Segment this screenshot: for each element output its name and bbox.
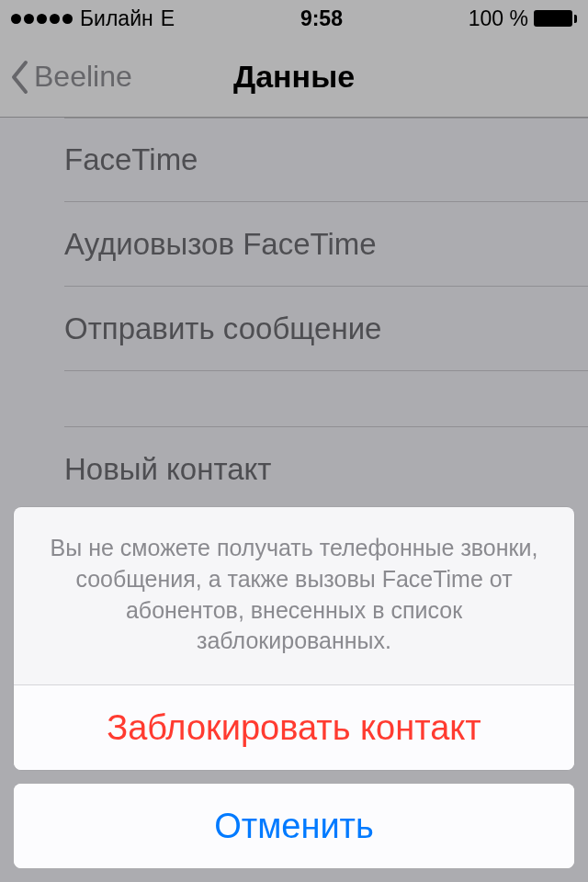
clock-label: 9:58 <box>300 6 343 31</box>
battery-icon <box>534 10 577 27</box>
button-label: Отменить <box>214 807 374 846</box>
row-new-contact[interactable]: Новый контакт <box>64 426 588 511</box>
options-list: FaceTime Аудиовызов FaceTime Отправить с… <box>0 118 588 511</box>
status-bar: Билайн E 9:58 100 % <box>0 0 588 37</box>
back-button[interactable]: Beeline <box>0 60 132 95</box>
navigation-bar: Beeline Данные <box>0 37 588 118</box>
row-label: Отправить сообщение <box>64 311 381 346</box>
chevron-left-icon <box>9 60 29 95</box>
cancel-button[interactable]: Отменить <box>14 784 574 868</box>
back-label: Beeline <box>34 60 132 94</box>
row-label: FaceTime <box>64 142 198 177</box>
network-type-label: E <box>161 6 175 31</box>
row-facetime[interactable]: FaceTime <box>64 118 588 202</box>
button-label: Заблокировать контакт <box>107 708 481 748</box>
row-send-message[interactable]: Отправить сообщение <box>64 287 588 371</box>
row-facetime-audio[interactable]: Аудиовызов FaceTime <box>64 202 588 287</box>
battery-percent-label: 100 % <box>469 6 528 31</box>
signal-strength-icon <box>11 14 73 24</box>
action-sheet: Вы не сможете получать телефонные звонки… <box>14 507 574 868</box>
row-label: Новый контакт <box>64 452 271 487</box>
block-contact-button[interactable]: Заблокировать контакт <box>14 685 574 770</box>
action-sheet-message: Вы не сможете получать телефонные звонки… <box>14 507 574 685</box>
carrier-label: Билайн <box>80 6 153 31</box>
row-label: Аудиовызов FaceTime <box>64 227 377 262</box>
